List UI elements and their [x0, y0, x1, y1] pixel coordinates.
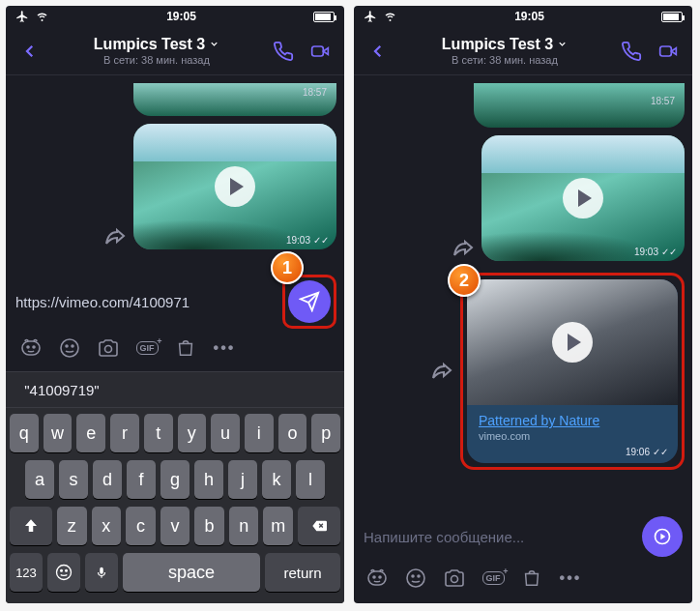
battery-icon: [313, 12, 335, 22]
svg-point-8: [57, 566, 72, 580]
key-emoji[interactable]: [47, 553, 80, 592]
key-v[interactable]: v: [160, 507, 190, 545]
key-e[interactable]: e: [76, 414, 105, 452]
key-g[interactable]: g: [160, 460, 190, 499]
key-c[interactable]: c: [126, 507, 156, 545]
key-s[interactable]: s: [59, 460, 88, 499]
more-icon[interactable]: •••: [207, 331, 242, 365]
shop-icon[interactable]: [168, 331, 203, 365]
camera-icon[interactable]: [437, 561, 472, 596]
prev-message-partial[interactable]: 18:57: [474, 83, 685, 128]
key-y[interactable]: y: [178, 414, 207, 452]
chat-subtitle: В сети: 38 мин. назад: [398, 54, 611, 67]
emoji-icon[interactable]: [52, 331, 87, 365]
message-input-bar: Напишите сообщение...: [354, 507, 692, 561]
wifi-icon: [35, 11, 49, 22]
key-b[interactable]: b: [194, 507, 224, 545]
key-shift[interactable]: [10, 507, 52, 545]
more-icon[interactable]: •••: [553, 561, 588, 596]
airplane-mode-icon: [364, 10, 377, 23]
step-badge-1: 1: [271, 251, 304, 284]
chat-title-row[interactable]: Lumpics Test 3: [442, 35, 568, 53]
key-o[interactable]: o: [278, 414, 307, 452]
voice-call-button[interactable]: [267, 35, 300, 68]
video-message[interactable]: 19:03 ✓✓: [481, 135, 685, 261]
key-numbers[interactable]: 123: [10, 553, 43, 592]
svg-point-10: [66, 570, 68, 572]
chat-body[interactable]: 18:57 19:03 ✓✓: [6, 75, 344, 269]
key-l[interactable]: l: [296, 460, 325, 499]
link-card-highlight: 2 Patterned by Nature vimeo.com 19:06 ✓✓: [460, 273, 685, 470]
voice-call-button[interactable]: [615, 35, 648, 68]
key-d[interactable]: d: [93, 460, 122, 499]
key-z[interactable]: z: [57, 507, 87, 545]
back-button[interactable]: [362, 35, 394, 68]
chat-subtitle: В сети: 38 мин. назад: [50, 54, 263, 67]
key-backspace[interactable]: [298, 507, 340, 545]
key-p[interactable]: p: [311, 414, 340, 452]
chat-body[interactable]: 18:57 19:03 ✓✓ 2: [354, 75, 692, 507]
key-f[interactable]: f: [127, 460, 156, 499]
key-k[interactable]: k: [262, 460, 291, 499]
forward-icon[interactable]: [451, 236, 476, 261]
message-input-placeholder[interactable]: Напишите сообщение...: [364, 529, 642, 545]
screenshot-left: 19:05 Lumpics Test 3 В сети: 38 мин. наз…: [6, 6, 344, 603]
key-q[interactable]: q: [10, 414, 39, 452]
back-button[interactable]: [14, 35, 46, 68]
link-preview-title[interactable]: Patterned by Nature: [479, 413, 666, 428]
key-return[interactable]: return: [265, 553, 340, 592]
key-w[interactable]: w: [44, 414, 73, 452]
emoji-icon[interactable]: [398, 561, 433, 596]
message-input[interactable]: [14, 288, 277, 316]
key-h[interactable]: h: [194, 460, 223, 499]
status-time: 19:05: [397, 10, 661, 23]
voice-message-button[interactable]: [642, 516, 683, 557]
keyboard-suggestion[interactable]: "41009719": [6, 382, 118, 398]
key-r[interactable]: r: [110, 414, 139, 452]
play-icon[interactable]: [563, 178, 603, 218]
message-input-bar: 1 GIF+ •••: [6, 269, 344, 371]
key-j[interactable]: j: [228, 460, 257, 499]
gif-icon[interactable]: GIF+: [476, 561, 510, 596]
key-space[interactable]: space: [123, 553, 260, 592]
link-preview-card[interactable]: Patterned by Nature vimeo.com 19:06 ✓✓: [467, 279, 678, 463]
keyboard-row-2: a s d f g h j k l: [10, 460, 340, 499]
status-bar: 19:05: [354, 6, 692, 27]
key-t[interactable]: t: [144, 414, 173, 452]
svg-point-4: [61, 339, 78, 357]
chat-title-row[interactable]: Lumpics Test 3: [94, 35, 219, 53]
key-m[interactable]: m: [263, 507, 293, 545]
step-badge-2: 2: [448, 264, 481, 297]
key-x[interactable]: x: [92, 507, 122, 545]
link-preview-image: [467, 279, 678, 405]
sticker-icon[interactable]: [14, 331, 48, 365]
key-dictation[interactable]: [85, 553, 118, 592]
camera-icon[interactable]: [91, 331, 126, 365]
message-time: 18:57: [651, 96, 675, 106]
video-call-button[interactable]: [652, 35, 685, 68]
send-button[interactable]: [288, 280, 331, 323]
video-call-button[interactable]: [304, 35, 336, 68]
play-icon[interactable]: [552, 322, 593, 363]
key-u[interactable]: u: [211, 414, 240, 452]
read-status-icon: ✓✓: [661, 247, 677, 257]
play-icon[interactable]: [215, 166, 255, 207]
forward-icon[interactable]: [102, 224, 128, 249]
prev-message-partial[interactable]: 18:57: [133, 83, 336, 116]
keyboard-row-1: q w e r t y u i o p: [10, 414, 340, 452]
key-n[interactable]: n: [229, 507, 259, 545]
shop-icon[interactable]: [514, 561, 549, 596]
status-time: 19:05: [49, 10, 313, 23]
key-i[interactable]: i: [245, 414, 274, 452]
chat-header: Lumpics Test 3 В сети: 38 мин. назад: [354, 27, 692, 75]
sticker-icon[interactable]: [360, 561, 394, 596]
key-a[interactable]: a: [25, 460, 54, 499]
chevron-down-icon: [209, 39, 219, 49]
video-message[interactable]: 19:03 ✓✓: [133, 124, 336, 249]
svg-rect-13: [368, 571, 386, 585]
svg-point-2: [27, 346, 29, 348]
forward-icon[interactable]: [429, 359, 454, 384]
read-status-icon: ✓✓: [653, 447, 668, 457]
svg-point-9: [61, 570, 63, 572]
gif-icon[interactable]: GIF+: [130, 331, 164, 365]
